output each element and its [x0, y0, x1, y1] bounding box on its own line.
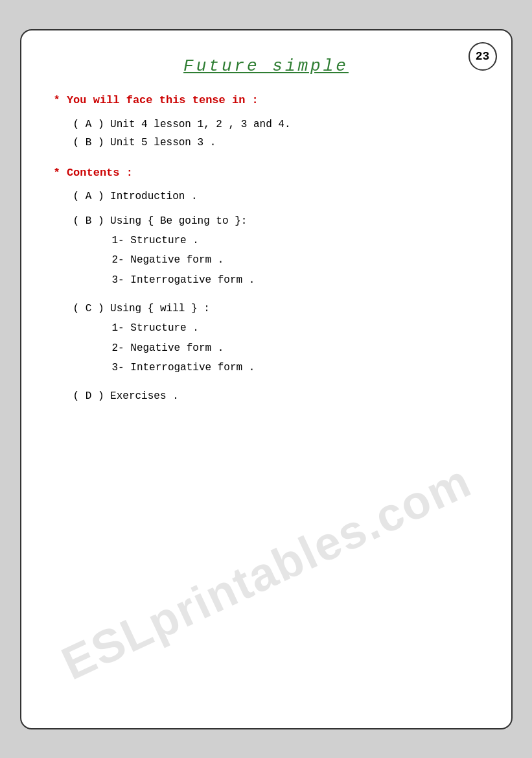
contents-list: ( A ) Introduction . ( B ) Using { Be go… — [73, 191, 479, 402]
content-c-sub2: 2- Negative form . — [112, 338, 479, 358]
content-b-sub2: 2- Negative form . — [112, 250, 479, 270]
worksheet-page: 23 Future simple * You will face this te… — [20, 29, 513, 729]
content-c-sub3: 3- Interrogative form . — [112, 358, 479, 377]
unit-list: ( A ) Unit 4 lesson 1, 2 , 3 and 4. ( B … — [73, 115, 479, 153]
watermark: ESLprintables.com — [53, 453, 479, 689]
content-b-subitems: 1- Structure . 2- Negative form . 3- Int… — [112, 231, 479, 290]
intro-label: * You will face this tense in : — [54, 94, 479, 106]
contents-label: * Contents : — [54, 167, 479, 179]
content-item-d: ( D ) Exercises . — [73, 390, 479, 402]
content-c-subitems: 1- Structure . 2- Negative form . 3- Int… — [112, 318, 479, 377]
page-number: 23 — [468, 42, 497, 71]
unit-item-b: ( B ) Unit 5 lesson 3 . — [73, 134, 479, 152]
unit-item-a: ( A ) Unit 4 lesson 1, 2 , 3 and 4. — [73, 115, 479, 134]
content-b-sub1: 1- Structure . — [112, 231, 479, 250]
content-item-c: ( C ) Using { will } : 1- Structure . 2-… — [73, 303, 479, 377]
page-title: Future simple — [54, 56, 479, 76]
content-b-title: ( B ) Using { Be going to }: — [73, 215, 479, 227]
content-d-title: ( D ) Exercises . — [73, 390, 479, 402]
content-c-sub1: 1- Structure . — [112, 318, 479, 338]
content-a-title: ( A ) Introduction . — [73, 191, 479, 202]
content-item-a: ( A ) Introduction . — [73, 191, 479, 202]
content-item-b: ( B ) Using { Be going to }: 1- Structur… — [73, 215, 479, 290]
content-c-title: ( C ) Using { will } : — [73, 303, 479, 314]
content-b-sub3: 3- Interrogative form . — [112, 270, 479, 290]
